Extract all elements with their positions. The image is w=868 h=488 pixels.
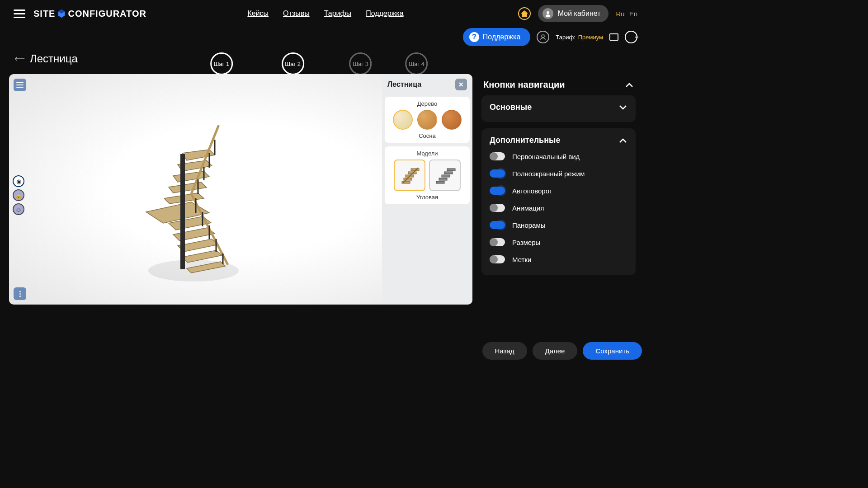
chevron-up-icon [625,80,634,89]
models-section: Модели Угловая [385,146,470,204]
logo-icon [57,9,66,19]
swatch-walnut[interactable] [442,110,462,130]
page-title: Лестница [30,52,78,65]
expand-tool-icon[interactable]: ◇ [13,203,24,215]
svg-rect-4 [180,154,185,269]
toggle-row: Метки [490,251,627,268]
material-value: Сосна [388,132,466,139]
logout-icon[interactable] [625,31,637,43]
basic-header[interactable]: Основные [490,103,627,112]
account-label: Мой кабинет [558,9,601,18]
save-button[interactable]: Сохранить [583,342,642,360]
swatch-oak[interactable] [417,110,437,130]
svg-rect-24 [447,169,455,171]
toggle-row: Полноэкранный режим [490,165,627,182]
step-badge: Шаг 1 [210,52,233,75]
tariff-label: Тариф: [556,34,575,41]
svg-rect-23 [444,172,453,174]
orbit-tool-icon[interactable]: ◉ [13,175,24,187]
nav-btns-title: Кнопки навигации [483,80,565,90]
model-angular[interactable] [394,160,425,191]
support-label: Поддержка [483,33,520,41]
logo-text-2: CONFIGURATOR [68,9,146,19]
svg-point-2 [542,35,544,38]
back-button[interactable]: Назад [482,342,527,360]
toggle-switch[interactable] [490,255,505,263]
tariff-info: Тариф: Премиум [556,34,603,41]
toggle-label: Метки [512,256,531,263]
model-straight[interactable] [429,160,461,191]
chevron-down-icon [618,103,627,112]
toggle-switch[interactable] [490,169,505,178]
svg-line-19 [403,168,418,183]
toggle-label: Анимация [512,204,544,212]
extras-title: Дополнительные [490,136,560,145]
user-icon[interactable] [537,31,549,43]
viewport-menu-icon[interactable] [14,79,26,91]
toggle-label: Автоповорот [512,187,552,195]
question-icon: ? [469,32,479,42]
toggle-switch[interactable] [490,221,505,229]
viewport-more-icon[interactable] [14,287,26,300]
nav-reviews[interactable]: Отзывы [283,9,310,18]
toggle-switch[interactable] [490,204,505,212]
hamburger-menu[interactable] [14,9,25,18]
home-icon[interactable] [518,7,531,20]
back-arrow-icon[interactable] [14,56,25,61]
svg-point-1 [547,11,549,14]
svg-rect-22 [442,175,450,177]
tariff-value[interactable]: Премиум [578,34,603,41]
toggle-row: Размеры [490,234,627,251]
toggle-switch[interactable] [490,187,505,195]
toggle-label: Полноэкранный режим [512,170,585,178]
toggle-row: Панорамы [490,216,627,234]
avatar-icon [542,8,553,19]
toggle-switch[interactable] [490,238,505,246]
svg-rect-20 [436,181,444,183]
lang-en[interactable]: En [629,10,637,18]
toggle-switch[interactable] [490,152,505,160]
extras-list: Первоначальный видПолноэкранный режимАвт… [490,148,627,268]
material-title: Дерево [388,100,466,107]
models-title: Модели [388,150,466,157]
step-badge: Шаг 4 [406,52,428,75]
account-button[interactable]: Мой кабинет [538,5,609,22]
lock-tool-icon[interactable]: 🔒 [13,189,24,201]
nav-cases[interactable]: Кейсы [247,9,269,18]
toggle-row: Анимация [490,199,627,216]
lang-ru[interactable]: Ru [616,10,624,18]
toggle-row: Автоповорот [490,182,627,199]
staircase-model [137,85,255,284]
logo: SITE CONFIGURATOR [33,9,146,19]
toggle-label: Размеры [512,239,540,246]
svg-rect-21 [439,178,447,180]
basic-title: Основные [490,103,532,112]
nav-btns-header[interactable]: Кнопки навигации [481,74,636,95]
next-button[interactable]: Далее [533,342,578,360]
nav-tariffs[interactable]: Тарифы [324,9,351,18]
step-badge: Шаг 3 [349,52,372,75]
logo-text-1: SITE [33,9,55,19]
support-button[interactable]: ? Поддержка [463,28,530,46]
toggle-label: Первоначальный вид [512,153,580,160]
extras-header[interactable]: Дополнительные [490,136,627,145]
nav-support[interactable]: Поддержка [366,9,403,18]
close-icon[interactable]: ✕ [455,79,467,90]
chevron-up-icon [618,136,627,145]
step-badge: Шаг 2 [282,52,304,75]
model-value: Угловая [388,194,466,201]
toggle-label: Панорамы [512,221,546,229]
toggle-row: Первоначальный вид [490,148,627,165]
material-section: Дерево Сосна [385,97,470,143]
panel-title: Лестница [387,80,421,89]
3d-viewport[interactable]: ◉ 🔒 ◇ [9,74,472,305]
card-icon[interactable] [609,33,618,41]
swatch-pine[interactable] [393,110,413,130]
